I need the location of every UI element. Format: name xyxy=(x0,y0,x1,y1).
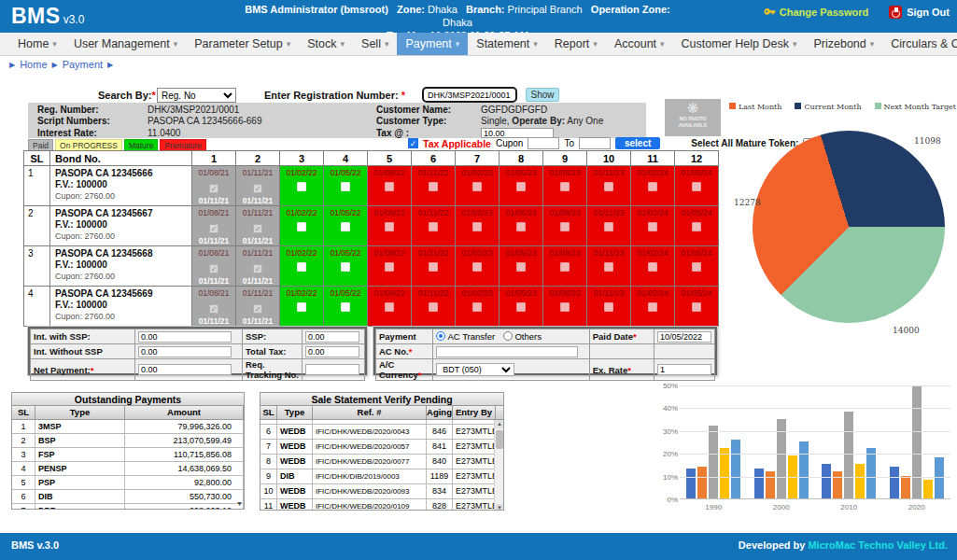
cupon-select-button[interactable]: select xyxy=(615,137,660,149)
payment-field-input-int-with-ssp[interactable] xyxy=(138,331,232,343)
coupon-checkbox[interactable] xyxy=(385,182,394,191)
payment-field-input-total-tax[interactable] xyxy=(305,346,359,357)
coupon-checkbox[interactable] xyxy=(648,182,657,191)
registration-number-input[interactable] xyxy=(422,87,517,103)
payment-method-panel: Payment AC Transfer Others Paid Date* AC… xyxy=(373,327,717,375)
coupon-checkbox[interactable] xyxy=(692,182,701,191)
cupon-to-input[interactable] xyxy=(579,137,611,149)
coupon-checkbox[interactable] xyxy=(297,182,306,191)
sign-out-button[interactable]: Sign Out xyxy=(889,6,950,19)
coupon-checkbox[interactable]: ✓ xyxy=(209,304,218,314)
payment-field-input-int-without-ssp[interactable] xyxy=(138,346,232,357)
outstanding-row: 3FSP110,715,856.08 xyxy=(12,448,244,462)
coupon-checkbox[interactable] xyxy=(297,222,306,231)
coupon-checkbox[interactable] xyxy=(297,262,306,272)
coupon-checkbox[interactable] xyxy=(472,222,482,231)
coupon-checkbox[interactable] xyxy=(516,302,526,312)
menu-item-stock[interactable]: Stock▾ xyxy=(299,33,353,55)
ac-no-input[interactable] xyxy=(436,346,578,357)
payment-field-input-ssp[interactable] xyxy=(305,331,359,343)
sale-statement-scrollbar[interactable]: ▲ ▼ xyxy=(494,420,503,511)
coupon-checkbox[interactable] xyxy=(604,262,613,272)
coupon-cell-mature: 01/05/22 xyxy=(324,206,368,246)
show-button[interactable]: Show xyxy=(526,88,559,102)
coupon-checkbox[interactable] xyxy=(560,182,570,191)
ex-rate-input[interactable] xyxy=(657,364,711,375)
coupon-checkbox[interactable]: ✓ xyxy=(253,224,262,233)
coupon-cell-premature: 01/11/23 xyxy=(587,287,631,327)
coupon-checkbox[interactable] xyxy=(560,222,570,231)
coupon-checkbox[interactable]: ✓ xyxy=(253,184,262,193)
coupon-checkbox[interactable] xyxy=(516,222,526,231)
coupon-checkbox[interactable] xyxy=(385,222,394,231)
coupon-checkbox[interactable] xyxy=(516,182,526,191)
menu-item-account[interactable]: Account▾ xyxy=(606,33,673,55)
coupon-checkbox[interactable] xyxy=(297,302,306,312)
menu-item-customer-help-desk[interactable]: Customer Help Desk▾ xyxy=(673,33,806,55)
operation-zone-label: Operation Zone: xyxy=(591,4,670,15)
customer-info-panel: Reg. Number: DHK/3MSP2021/0001 Customer … xyxy=(28,103,646,138)
ac-transfer-radio[interactable] xyxy=(436,331,445,341)
coupon-checkbox[interactable]: ✓ xyxy=(253,304,262,314)
change-password-link[interactable]: Change Password xyxy=(764,7,868,19)
menu-item-prizebond[interactable]: Prizebond▾ xyxy=(805,33,882,55)
coupon-checkbox[interactable] xyxy=(341,262,350,272)
coupon-checkbox[interactable] xyxy=(472,182,482,191)
coupon-checkbox[interactable] xyxy=(429,222,438,231)
search-by-select[interactable]: Reg. No xyxy=(157,88,236,103)
coupon-checkbox[interactable] xyxy=(429,182,438,191)
coupon-checkbox[interactable] xyxy=(341,222,350,231)
coupon-checkbox[interactable] xyxy=(341,302,350,312)
menu-item-report[interactable]: Report▾ xyxy=(546,33,606,55)
menu-item-home[interactable]: Home▾ xyxy=(9,33,65,55)
coupon-checkbox[interactable] xyxy=(692,262,701,272)
coupon-checkbox[interactable] xyxy=(516,262,526,272)
payment-field-input-net-payment[interactable] xyxy=(138,364,232,375)
payment-field-input-req-tracking-no[interactable] xyxy=(305,364,359,375)
coupon-checkbox[interactable]: ✓ xyxy=(209,184,218,193)
coupon-checkbox[interactable] xyxy=(604,222,613,231)
tax-applicable-checkbox[interactable]: ✓ xyxy=(408,138,418,148)
coupon-checkbox[interactable] xyxy=(648,302,657,312)
outstanding-scroll-down-icon[interactable]: ▼ xyxy=(236,500,243,507)
menu-item-parameter-setup[interactable]: Parameter Setup▾ xyxy=(186,33,299,55)
paid-date-input[interactable] xyxy=(657,331,711,343)
coupon-checkbox[interactable] xyxy=(604,302,613,312)
coupon-checkbox[interactable] xyxy=(385,262,394,272)
menu-item-payment[interactable]: Payment▾ xyxy=(397,33,468,55)
coupon-checkbox[interactable] xyxy=(648,222,657,231)
bms-application-window: BMSv3.0 BMS Administrator (bmsroot) Zone… xyxy=(0,0,957,560)
coupon-checkbox[interactable]: ✓ xyxy=(253,264,262,273)
coupon-checkbox[interactable] xyxy=(429,302,438,312)
coupon-checkbox[interactable] xyxy=(692,302,701,312)
coupon-checkbox[interactable] xyxy=(341,182,350,191)
payment-field-label: SSP: xyxy=(243,329,303,344)
coupon-checkbox[interactable] xyxy=(429,262,438,272)
coupon-checkbox[interactable] xyxy=(648,262,657,272)
ac-currency-select[interactable]: BDT (050) xyxy=(436,363,514,376)
others-radio[interactable] xyxy=(503,331,513,341)
menu-item-user-management[interactable]: User Management▾ xyxy=(65,33,186,55)
cupon-from-input[interactable] xyxy=(528,137,559,149)
coupon-checkbox[interactable] xyxy=(604,182,613,191)
scroll-up-icon[interactable]: ▲ xyxy=(495,420,503,428)
coupon-checkbox[interactable] xyxy=(472,302,482,312)
coupon-checkbox[interactable] xyxy=(560,262,570,272)
scroll-thumb[interactable] xyxy=(496,430,503,449)
coupon-checkbox[interactable] xyxy=(692,222,701,231)
pie-legend-item-current-month: Current Month xyxy=(795,103,861,111)
coupon-checkbox[interactable] xyxy=(560,302,570,312)
sale-row: 6WEDBIFIC/DHK/WEDB/2020/0043846E273MTLB xyxy=(260,425,496,440)
menu-item-circulars-others[interactable]: Circulars & Others▾ xyxy=(882,33,957,55)
scroll-down-icon[interactable]: ▼ xyxy=(495,504,503,511)
ac-currency-label: A/C Currency* xyxy=(376,359,433,381)
coupon-checkbox[interactable] xyxy=(385,302,394,312)
breadcrumb-link-payment[interactable]: Payment xyxy=(63,59,103,70)
menu-item-statement[interactable]: Statement▾ xyxy=(468,33,546,55)
coupon-checkbox[interactable]: ✓ xyxy=(209,224,218,233)
coupon-checkbox[interactable] xyxy=(472,262,482,272)
breadcrumb-link-home[interactable]: Home xyxy=(20,59,47,70)
breadcrumb-arrow-icon: ▶ xyxy=(52,61,58,69)
menu-item-sell[interactable]: Sell▾ xyxy=(353,33,397,55)
coupon-checkbox[interactable]: ✓ xyxy=(209,264,218,273)
